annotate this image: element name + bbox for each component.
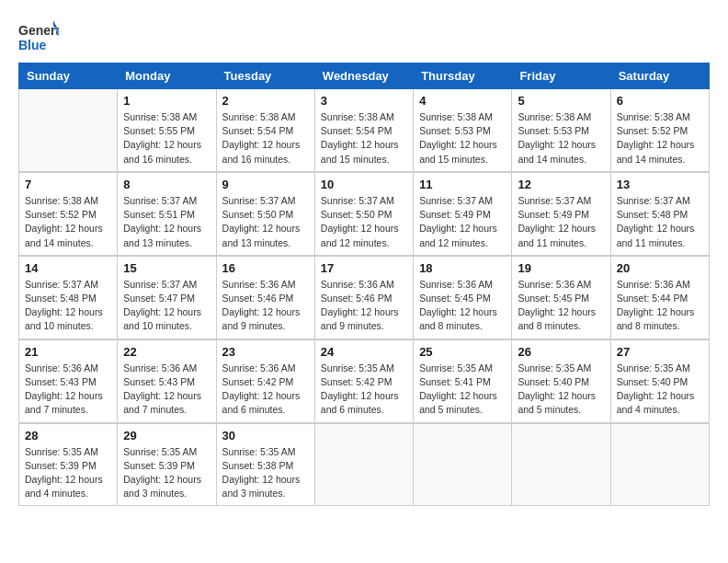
day-number: 13 xyxy=(617,178,703,191)
day-number: 15 xyxy=(123,261,210,275)
calendar-day-header: Saturday xyxy=(610,63,709,89)
calendar-day-cell: 22Sunrise: 5:36 AMSunset: 5:43 PMDayligh… xyxy=(118,339,216,423)
calendar-day-cell: 24Sunrise: 5:35 AMSunset: 5:42 PMDayligh… xyxy=(314,339,413,423)
day-number: 9 xyxy=(222,178,309,191)
day-number: 14 xyxy=(25,261,111,275)
calendar-day-cell: 8Sunrise: 5:37 AMSunset: 5:51 PMDaylight… xyxy=(118,172,216,256)
day-number: 16 xyxy=(222,261,309,275)
day-number: 1 xyxy=(123,94,210,108)
calendar-day-cell: 17Sunrise: 5:36 AMSunset: 5:46 PMDayligh… xyxy=(314,256,413,339)
day-info: Sunrise: 5:37 AMSunset: 5:49 PMDaylight:… xyxy=(419,194,506,250)
day-number: 18 xyxy=(419,261,506,275)
day-number: 11 xyxy=(419,178,506,191)
day-info: Sunrise: 5:38 AMSunset: 5:54 PMDaylight:… xyxy=(321,110,407,167)
calendar-day-cell: 19Sunrise: 5:36 AMSunset: 5:45 PMDayligh… xyxy=(512,256,610,339)
calendar-week-row: 7Sunrise: 5:38 AMSunset: 5:52 PMDaylight… xyxy=(19,172,710,256)
calendar: SundayMondayTuesdayWednesdayThursdayFrid… xyxy=(18,63,710,506)
calendar-day-cell: 4Sunrise: 5:38 AMSunset: 5:53 PMDaylight… xyxy=(414,89,512,172)
day-number: 10 xyxy=(321,178,407,191)
day-info: Sunrise: 5:37 AMSunset: 5:47 PMDaylight:… xyxy=(123,278,210,334)
day-number: 7 xyxy=(25,178,111,191)
day-number: 24 xyxy=(321,345,407,359)
day-info: Sunrise: 5:37 AMSunset: 5:49 PMDaylight:… xyxy=(518,194,604,250)
calendar-day-cell: 16Sunrise: 5:36 AMSunset: 5:46 PMDayligh… xyxy=(216,256,314,339)
calendar-day-cell xyxy=(414,423,512,506)
calendar-day-cell: 11Sunrise: 5:37 AMSunset: 5:49 PMDayligh… xyxy=(414,172,512,256)
day-info: Sunrise: 5:38 AMSunset: 5:52 PMDaylight:… xyxy=(25,194,111,250)
day-number: 19 xyxy=(518,261,604,275)
day-info: Sunrise: 5:35 AMSunset: 5:40 PMDaylight:… xyxy=(617,362,703,418)
day-number: 22 xyxy=(123,345,210,359)
calendar-day-cell: 6Sunrise: 5:38 AMSunset: 5:52 PMDaylight… xyxy=(610,89,709,172)
calendar-day-header: Monday xyxy=(118,63,216,89)
calendar-day-cell: 18Sunrise: 5:36 AMSunset: 5:45 PMDayligh… xyxy=(414,256,512,339)
calendar-day-header: Thursday xyxy=(414,63,512,89)
day-number: 3 xyxy=(321,94,407,108)
calendar-day-cell: 1Sunrise: 5:38 AMSunset: 5:55 PMDaylight… xyxy=(118,89,216,172)
calendar-day-cell xyxy=(610,423,709,506)
calendar-day-cell: 23Sunrise: 5:36 AMSunset: 5:42 PMDayligh… xyxy=(216,339,314,423)
calendar-day-header: Tuesday xyxy=(216,63,314,89)
calendar-day-cell: 30Sunrise: 5:35 AMSunset: 5:38 PMDayligh… xyxy=(216,423,314,506)
day-info: Sunrise: 5:35 AMSunset: 5:41 PMDaylight:… xyxy=(419,362,506,418)
calendar-day-cell: 2Sunrise: 5:38 AMSunset: 5:54 PMDaylight… xyxy=(216,89,314,172)
calendar-day-cell: 10Sunrise: 5:37 AMSunset: 5:50 PMDayligh… xyxy=(314,172,413,256)
calendar-header-row: SundayMondayTuesdayWednesdayThursdayFrid… xyxy=(19,63,710,89)
day-info: Sunrise: 5:36 AMSunset: 5:45 PMDaylight:… xyxy=(518,278,604,334)
calendar-day-cell: 26Sunrise: 5:35 AMSunset: 5:40 PMDayligh… xyxy=(512,339,610,423)
calendar-day-cell: 28Sunrise: 5:35 AMSunset: 5:39 PMDayligh… xyxy=(19,423,118,506)
calendar-day-cell xyxy=(19,89,118,172)
day-number: 26 xyxy=(518,345,604,359)
day-number: 30 xyxy=(222,429,309,442)
day-info: Sunrise: 5:38 AMSunset: 5:54 PMDaylight:… xyxy=(222,110,309,167)
day-info: Sunrise: 5:38 AMSunset: 5:52 PMDaylight:… xyxy=(617,110,703,167)
day-info: Sunrise: 5:36 AMSunset: 5:43 PMDaylight:… xyxy=(123,362,210,418)
day-info: Sunrise: 5:38 AMSunset: 5:53 PMDaylight:… xyxy=(419,110,506,167)
day-info: Sunrise: 5:37 AMSunset: 5:51 PMDaylight:… xyxy=(123,194,210,250)
day-info: Sunrise: 5:37 AMSunset: 5:50 PMDaylight:… xyxy=(222,194,309,250)
calendar-day-cell: 25Sunrise: 5:35 AMSunset: 5:41 PMDayligh… xyxy=(414,339,512,423)
day-info: Sunrise: 5:37 AMSunset: 5:50 PMDaylight:… xyxy=(321,194,407,250)
calendar-week-row: 14Sunrise: 5:37 AMSunset: 5:48 PMDayligh… xyxy=(19,256,710,339)
logo: General Blue xyxy=(18,18,59,53)
day-number: 29 xyxy=(123,429,210,442)
calendar-day-header: Sunday xyxy=(19,63,118,89)
calendar-day-cell: 7Sunrise: 5:38 AMSunset: 5:52 PMDaylight… xyxy=(19,172,118,256)
calendar-day-header: Friday xyxy=(512,63,610,89)
calendar-day-cell: 13Sunrise: 5:37 AMSunset: 5:48 PMDayligh… xyxy=(610,172,709,256)
day-number: 2 xyxy=(222,94,309,108)
day-info: Sunrise: 5:36 AMSunset: 5:43 PMDaylight:… xyxy=(25,362,111,418)
day-info: Sunrise: 5:35 AMSunset: 5:39 PMDaylight:… xyxy=(25,445,111,501)
calendar-day-header: Wednesday xyxy=(314,63,413,89)
day-info: Sunrise: 5:36 AMSunset: 5:46 PMDaylight:… xyxy=(321,278,407,334)
day-info: Sunrise: 5:37 AMSunset: 5:48 PMDaylight:… xyxy=(25,278,111,334)
calendar-day-cell xyxy=(314,423,413,506)
day-info: Sunrise: 5:37 AMSunset: 5:48 PMDaylight:… xyxy=(617,194,703,250)
day-number: 8 xyxy=(123,178,210,191)
day-number: 17 xyxy=(321,261,407,275)
day-number: 25 xyxy=(419,345,506,359)
calendar-week-row: 1Sunrise: 5:38 AMSunset: 5:55 PMDaylight… xyxy=(19,89,710,172)
logo-icon: General Blue xyxy=(18,18,59,53)
calendar-week-row: 28Sunrise: 5:35 AMSunset: 5:39 PMDayligh… xyxy=(19,423,710,506)
calendar-day-cell: 20Sunrise: 5:36 AMSunset: 5:44 PMDayligh… xyxy=(610,256,709,339)
day-number: 5 xyxy=(518,94,604,108)
day-number: 28 xyxy=(25,429,111,442)
calendar-day-cell: 12Sunrise: 5:37 AMSunset: 5:49 PMDayligh… xyxy=(512,172,610,256)
calendar-week-row: 21Sunrise: 5:36 AMSunset: 5:43 PMDayligh… xyxy=(19,339,710,423)
calendar-day-cell xyxy=(512,423,610,506)
day-number: 6 xyxy=(617,94,703,108)
day-number: 23 xyxy=(222,345,309,359)
calendar-day-cell: 21Sunrise: 5:36 AMSunset: 5:43 PMDayligh… xyxy=(19,339,118,423)
day-info: Sunrise: 5:36 AMSunset: 5:45 PMDaylight:… xyxy=(419,278,506,334)
day-info: Sunrise: 5:35 AMSunset: 5:38 PMDaylight:… xyxy=(222,445,309,501)
day-info: Sunrise: 5:36 AMSunset: 5:44 PMDaylight:… xyxy=(617,278,703,334)
day-number: 4 xyxy=(419,94,506,108)
day-info: Sunrise: 5:38 AMSunset: 5:55 PMDaylight:… xyxy=(123,110,210,167)
svg-text:General: General xyxy=(18,23,59,38)
day-number: 21 xyxy=(25,345,111,359)
calendar-day-cell: 14Sunrise: 5:37 AMSunset: 5:48 PMDayligh… xyxy=(19,256,118,339)
svg-text:Blue: Blue xyxy=(18,38,47,52)
calendar-day-cell: 15Sunrise: 5:37 AMSunset: 5:47 PMDayligh… xyxy=(118,256,216,339)
calendar-day-cell: 3Sunrise: 5:38 AMSunset: 5:54 PMDaylight… xyxy=(314,89,413,172)
